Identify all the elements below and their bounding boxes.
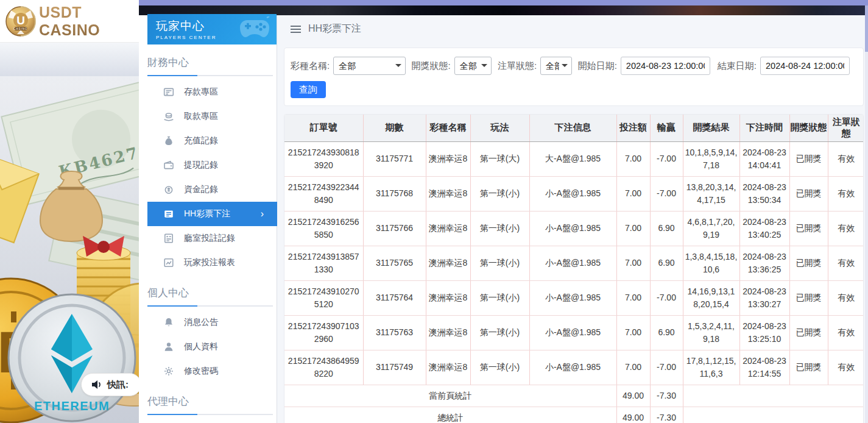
column-header: 期數 <box>363 115 426 141</box>
start-date-label: 開始日期: <box>578 60 617 72</box>
column-header: 下注信息 <box>529 115 616 141</box>
column-header: 訂單號 <box>284 115 363 141</box>
svg-text:ETHEREUM: ETHEREUM <box>34 399 110 413</box>
sidebar-item-label: 充值記錄 <box>184 135 218 146</box>
table-cell: 2152172439102705120 <box>284 280 363 315</box>
sidebar-item-label: 存款專區 <box>184 87 218 98</box>
table-cell: -7.00 <box>650 141 683 176</box>
ethereum-coin: ETHEREUM <box>9 294 135 421</box>
sidebar-item[interactable]: 個人資料 <box>147 335 277 359</box>
table-cell: 第一球(小) <box>470 315 529 350</box>
summary-cell: 49.00 <box>616 407 650 423</box>
withdraw-hand-icon <box>163 111 174 122</box>
gamepad-icon <box>239 16 270 41</box>
bets-table: 訂單號期數彩種名稱玩法下注信息投注額輸贏開獎結果下注時間開獎狀態注單狀態 215… <box>284 115 864 423</box>
search-button[interactable]: 查詢 <box>291 81 326 98</box>
table-cell: 小-A盤@1.985 <box>529 246 616 280</box>
table-cell: 2024-08-23 13:50:34 <box>739 176 789 211</box>
table-cell: 6.90 <box>650 211 683 246</box>
table-cell: 已開獎 <box>789 315 828 350</box>
sidebar-item-label: 提現記錄 <box>184 160 218 171</box>
sidebar-item[interactable]: 存款專區 <box>147 80 277 104</box>
table-row: 215217243916256585031175766澳洲幸运8第一球(小)小-… <box>284 211 864 246</box>
sidebar-item[interactable]: 提現記錄 <box>147 153 277 177</box>
ticker-label: 快訊: <box>107 379 129 391</box>
top-accent-bar <box>139 0 868 5</box>
table-cell: 2024-08-23 13:30:27 <box>739 280 789 315</box>
table-cell: 1,3,8,4,15,18,10,6 <box>683 246 739 280</box>
order-status-label: 注單狀態: <box>498 60 537 72</box>
scrollbar-thumb[interactable] <box>865 5 868 52</box>
sidebar-item-label: 廳室投註記錄 <box>184 233 235 244</box>
start-date-input[interactable] <box>621 57 710 75</box>
main-topbar: HH彩票下注 <box>277 15 865 43</box>
table-cell: 有效 <box>828 176 864 211</box>
menu-toggle-icon[interactable] <box>291 26 301 33</box>
table-cell: 2024-08-23 12:14:55 <box>739 350 789 385</box>
table-cell: 第一球(小) <box>470 211 529 246</box>
sidebar-item[interactable]: 廳室投註記錄 <box>147 226 277 251</box>
column-header: 開獎狀態 <box>789 115 828 141</box>
news-ticker: 快訊: <box>81 373 139 396</box>
table-cell: 第一球(小) <box>470 280 529 315</box>
table-cell: 31175771 <box>363 141 426 176</box>
table-cell: 已開獎 <box>789 176 828 211</box>
sidebar-item[interactable]: 充值記錄 <box>147 129 277 153</box>
table-cell: 小-A盤@1.985 <box>529 350 616 385</box>
report-chart-icon <box>163 257 174 268</box>
sidebar-item-label: 消息公告 <box>184 317 218 328</box>
table-cell: 已開獎 <box>789 280 828 315</box>
table-row: 215217243922344849031175768澳洲幸运8第一球(小)小-… <box>284 176 864 211</box>
table-cell: 31175765 <box>363 246 426 280</box>
sidebar-sections: 財務中心存款專區取款專區充值記錄提現記錄資金記錄HH彩票下注›廳室投註記錄玩家投… <box>139 55 277 423</box>
table-row: 215217243864959822031175749澳洲幸运8第一球(小)小-… <box>284 350 864 385</box>
sidebar-item[interactable]: 代理規則說明 <box>147 419 277 423</box>
sidebar-item[interactable]: HH彩票下注› <box>147 202 277 226</box>
draw-status-select[interactable]: 全部 <box>454 57 492 75</box>
table-cell: 第一球(小) <box>470 176 529 211</box>
table-cell: 大-A盤@1.985 <box>529 141 616 176</box>
usdt-casino-coin-icon: U CASINO <box>5 5 37 37</box>
table-row: 215217243930818392031175771澳洲幸运8第一球(大)大-… <box>284 141 864 176</box>
summary-cell <box>683 385 864 407</box>
table-cell: 已開獎 <box>789 350 828 385</box>
table-cell: 2024-08-23 13:40:25 <box>739 211 789 246</box>
sidebar-item[interactable]: 消息公告 <box>147 310 277 335</box>
table-cell: -7.00 <box>650 176 683 211</box>
scrollbar-track[interactable] <box>865 5 868 423</box>
table-cell: 有效 <box>828 280 864 315</box>
column-header: 輸贏 <box>650 115 683 141</box>
sidebar-item-label: 取款專區 <box>184 111 218 122</box>
bell-icon <box>163 317 174 328</box>
sidebar-item[interactable]: 取款專區 <box>147 104 277 129</box>
sidebar-item[interactable]: 修改密碼 <box>147 359 277 383</box>
section-label: 個人中心 <box>147 286 277 300</box>
sidebar: 玩家中心 PLAYERS CENTER 財務中心存款專區取款專區充值記錄提現記錄… <box>139 15 277 423</box>
summary-cell: 當前頁統計 <box>284 385 616 407</box>
section-divider <box>147 414 273 415</box>
summary-cell: 總統計 <box>284 407 616 423</box>
summary-row: 當前頁統計49.00-7.30 <box>284 385 864 407</box>
table-cell: 小-A盤@1.985 <box>529 280 616 315</box>
table-cell: 澳洲幸运8 <box>426 246 470 280</box>
promo-panel: U CASINO USDT CASINO 10 <box>0 0 139 423</box>
sidebar-item-label: HH彩票下注 <box>184 208 230 219</box>
end-date-input[interactable] <box>760 57 850 75</box>
speaker-icon <box>91 380 102 389</box>
sidebar-item[interactable]: 資金記錄 <box>147 177 277 202</box>
user-icon <box>163 341 174 352</box>
brand-logo[interactable]: U CASINO USDT CASINO <box>0 0 139 43</box>
summary-cell: -7.30 <box>650 385 683 407</box>
svg-text:CASINO: CASINO <box>13 27 27 30</box>
table-cell: 7.00 <box>616 176 650 211</box>
sidebar-item[interactable]: 玩家投注報表 <box>147 251 277 275</box>
table-cell: 31175763 <box>363 315 426 350</box>
table-cell: 澳洲幸运8 <box>426 315 470 350</box>
table-cell: 6.90 <box>650 315 683 350</box>
table-cell: 有效 <box>828 211 864 246</box>
table-cell: 2152172439138571330 <box>284 246 363 280</box>
summary-cell: -7.30 <box>650 407 683 423</box>
order-status-select[interactable]: 全部 <box>540 57 572 75</box>
summary-cell: 49.00 <box>616 385 650 407</box>
lottery-name-select[interactable]: 全部 <box>333 57 405 75</box>
